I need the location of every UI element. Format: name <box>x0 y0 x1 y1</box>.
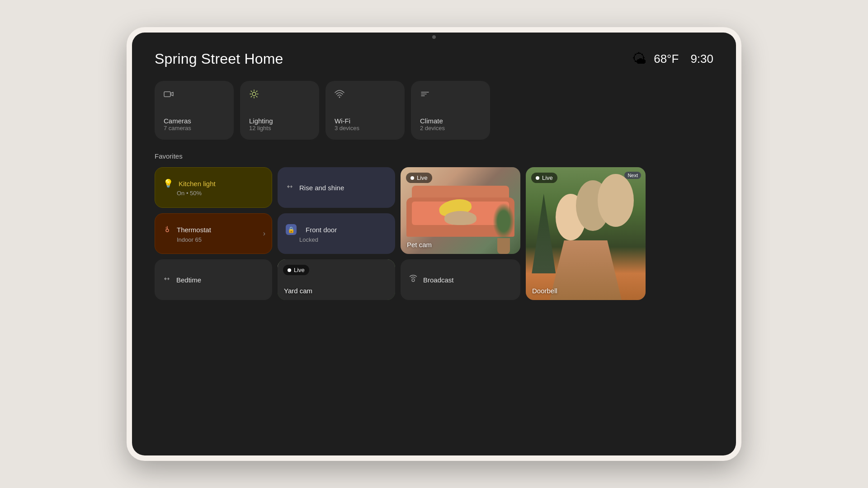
header: Spring Street Home 🌤 68°F 9:30 <box>155 51 713 67</box>
fav-rise-shine[interactable]: Rise and shine <box>278 167 395 208</box>
header-right: 🌤 68°F 9:30 <box>632 51 713 67</box>
climate-sub: 2 devices <box>420 125 481 131</box>
bedtime-icon <box>163 275 171 285</box>
wifi-name: Wi-Fi <box>335 117 396 125</box>
bedtime-name: Bedtime <box>176 276 201 284</box>
yard-cam-label: Yard cam <box>284 287 312 295</box>
fav-bedtime[interactable]: Bedtime <box>155 259 272 300</box>
pet-cam-live-badge: Live <box>406 173 432 183</box>
svg-point-2 <box>339 97 340 98</box>
doorbell-live-text: Live <box>542 174 553 181</box>
yard-cam-live-badge: Live <box>283 265 309 275</box>
fav-kitchen-light[interactable]: 💡 Kitchen light On • 50% <box>155 167 272 208</box>
lighting-icon <box>249 89 310 102</box>
climate-name: Climate <box>420 117 481 125</box>
doorbell-label: Doorbell <box>532 287 557 295</box>
favorites-label: Favorites <box>155 152 713 160</box>
broadcast-name: Broadcast <box>423 276 454 284</box>
thermostat-name: Thermostat <box>177 226 211 234</box>
cameras-sub: 7 cameras <box>164 125 225 131</box>
clock: 9:30 <box>690 52 713 66</box>
tablet: Spring Street Home 🌤 68°F 9:30 Cameras 7… <box>127 27 741 461</box>
tablet-camera <box>432 35 436 39</box>
weather-icon: 🌤 <box>632 51 646 67</box>
thermostat-icon <box>163 225 171 235</box>
wifi-icon <box>335 89 396 101</box>
pet-cam-label: Pet cam <box>407 241 432 249</box>
next-badge: Next <box>624 172 641 179</box>
cameras-name: Cameras <box>164 117 225 125</box>
thermostat-chevron: › <box>263 230 265 238</box>
category-cameras[interactable]: Cameras 7 cameras <box>155 81 234 140</box>
kitchen-light-name: Kitchen light <box>179 180 216 188</box>
fav-broadcast[interactable]: Broadcast <box>401 259 520 300</box>
svg-point-3 <box>166 229 169 232</box>
pet-cam-live-text: Live <box>417 174 428 181</box>
lock-icon: 🔒 <box>286 224 297 235</box>
category-lighting[interactable]: Lighting 12 lights <box>240 81 319 140</box>
category-wifi[interactable]: Wi-Fi 3 devices <box>326 81 405 140</box>
rise-shine-name: Rise and shine <box>299 184 344 192</box>
favorites-grid: 💡 Kitchen light On • 50% Thermostat <box>155 167 713 300</box>
rise-icon <box>286 183 294 193</box>
lighting-name: Lighting <box>249 117 310 125</box>
svg-point-1 <box>252 92 256 96</box>
cam-doorbell[interactable]: Live Next Doorbell <box>526 167 646 300</box>
home-title: Spring Street Home <box>155 51 283 67</box>
front-door-status: Locked <box>299 236 387 243</box>
wifi-sub: 3 devices <box>335 125 396 131</box>
category-row: Cameras 7 cameras Lighting 12 lights <box>155 81 713 140</box>
temperature: 68°F <box>654 52 679 66</box>
tablet-screen: Spring Street Home 🌤 68°F 9:30 Cameras 7… <box>132 33 736 455</box>
kitchen-light-status: On • 50% <box>177 190 264 197</box>
thermostat-status: Indoor 65 <box>177 236 264 243</box>
svg-point-4 <box>412 279 415 282</box>
cameras-icon <box>164 89 225 101</box>
fav-thermostat[interactable]: Thermostat Indoor 65 › <box>155 213 272 254</box>
broadcast-icon <box>409 275 418 285</box>
fav-front-door[interactable]: 🔒 Front door Locked <box>278 213 395 254</box>
front-door-name: Front door <box>306 226 337 234</box>
climate-icon <box>420 89 481 102</box>
lighting-sub: 12 lights <box>249 125 310 131</box>
category-climate[interactable]: Climate 2 devices <box>411 81 490 140</box>
yard-cam-live-text: Live <box>294 267 305 273</box>
svg-rect-0 <box>164 92 170 97</box>
bulb-icon: 💡 <box>163 178 173 188</box>
doorbell-live-badge: Live <box>531 173 557 183</box>
cam-pet-cam[interactable]: Live Pet cam <box>401 167 520 254</box>
